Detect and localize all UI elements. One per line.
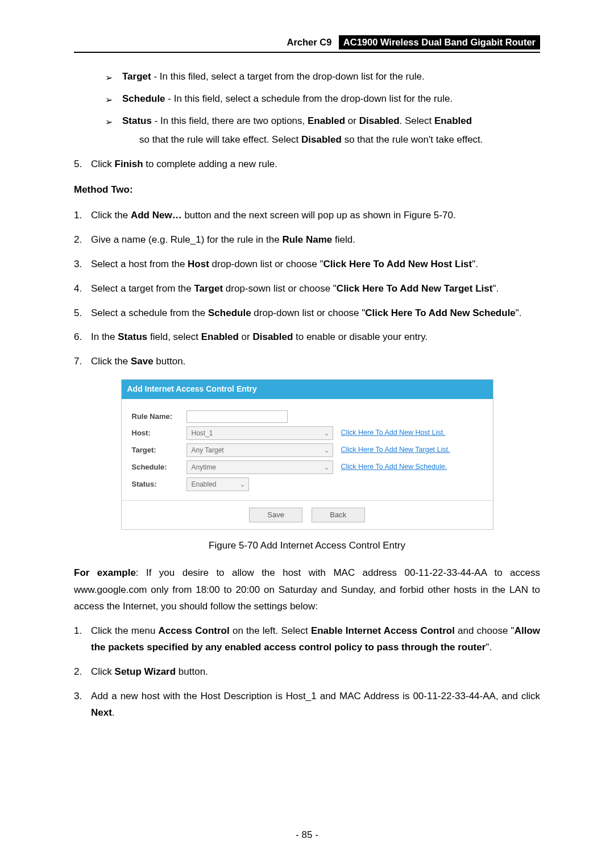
chevron-down-icon: ⌄	[324, 428, 329, 439]
m2-step6: 6. In the Status field, select Enabled o…	[74, 329, 540, 346]
ex-step1: 1. Click the menu Access Control on the …	[74, 623, 540, 656]
target-select[interactable]: Any Target⌄	[186, 443, 333, 457]
bullet-schedule: ➢ Schedule - In this field, select a sch…	[105, 91, 540, 107]
method-two-title: Method Two:	[74, 182, 540, 198]
row-rule-name: Rule Name:	[132, 410, 483, 423]
m2-step3: 3. Select a host from the Host drop-down…	[74, 256, 540, 273]
page-number: - 85 -	[0, 829, 614, 841]
schedule-select[interactable]: Anytime⌄	[186, 460, 333, 474]
chevron-down-icon: ⌄	[240, 479, 245, 490]
m2-step2: 2. Give a name (e.g. Rule_1) for the rul…	[74, 232, 540, 248]
page-header: Archer C9 AC1900 Wireless Dual Band Giga…	[74, 35, 540, 53]
m2-step7: 7. Click the Save button.	[74, 354, 540, 370]
row-target: Target: Any Target⌄ Click Here To Add Ne…	[132, 443, 483, 457]
panel-title: Add Internet Access Control Entry	[122, 380, 493, 399]
m2-step5: 5. Select a schedule from the Schedule d…	[74, 305, 540, 322]
chevron-down-icon: ⌄	[324, 445, 329, 456]
label-rule-name: Rule Name:	[132, 410, 186, 423]
add-schedule-link[interactable]: Click Here To Add New Schedule.	[341, 461, 447, 473]
header-product: AC1900 Wireless Dual Band Gigabit Router	[339, 35, 540, 49]
add-target-link[interactable]: Click Here To Add New Target List.	[341, 444, 450, 456]
chevron-icon: ➢	[105, 91, 122, 107]
ex-step3: 3. Add a new host with the Host Descript…	[74, 688, 540, 721]
label-status: Status:	[132, 478, 186, 491]
m2-step4: 4. Select a target from the Target drop-…	[74, 281, 540, 297]
bullet-status: ➢ Status - In this field, there are two …	[105, 113, 540, 148]
add-host-link[interactable]: Click Here To Add New Host List.	[341, 427, 445, 439]
rule-name-input[interactable]	[186, 410, 288, 423]
row-status: Status: Enabled⌄	[132, 477, 483, 491]
figure-caption: Figure 5-70 Add Internet Access Control …	[74, 538, 540, 554]
bullet-target: ➢ Target - In this filed, select a targe…	[105, 69, 540, 85]
back-button[interactable]: Back	[312, 508, 365, 522]
status-select[interactable]: Enabled⌄	[186, 477, 249, 491]
label-schedule: Schedule:	[132, 461, 186, 474]
chevron-down-icon: ⌄	[324, 462, 329, 473]
row-host: Host: Host_1⌄ Click Here To Add New Host…	[132, 426, 483, 440]
label-host: Host:	[132, 427, 186, 439]
example-paragraph: For example: If you desire to allow the …	[74, 564, 540, 615]
step-5-finish: 5. Click Finish to complete adding a new…	[74, 156, 540, 173]
chevron-icon: ➢	[105, 69, 122, 85]
host-select[interactable]: Host_1⌄	[186, 426, 333, 440]
add-entry-panel: Add Internet Access Control Entry Rule N…	[121, 379, 493, 530]
label-target: Target:	[132, 444, 186, 456]
header-model: Archer C9	[287, 37, 336, 47]
save-button[interactable]: Save	[249, 508, 302, 522]
chevron-icon: ➢	[105, 113, 122, 148]
m2-step1: 1. Click the Add New… button and the nex…	[74, 207, 540, 224]
ex-step2: 2. Click Setup Wizard button.	[74, 664, 540, 680]
row-schedule: Schedule: Anytime⌄ Click Here To Add New…	[132, 460, 483, 474]
